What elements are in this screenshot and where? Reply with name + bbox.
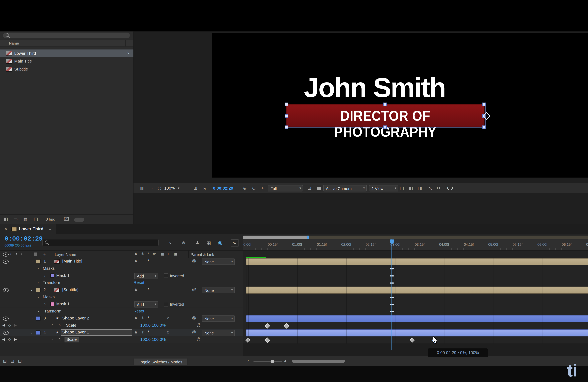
show-snapshot-icon[interactable]: ⊙	[252, 186, 256, 191]
chevron-right-icon[interactable]: ›	[38, 281, 39, 285]
layer-bar-subtitle[interactable]	[246, 286, 588, 294]
reset-link[interactable]: Reset	[134, 309, 144, 313]
shy-icon[interactable]: ♟	[134, 259, 138, 263]
layer-name[interactable]: [Subtitle]	[62, 288, 78, 292]
label-swatch[interactable]	[36, 330, 41, 335]
panel-menu-icon[interactable]: ≡	[49, 227, 51, 231]
mini-flowchart-icon[interactable]: ⌥	[428, 186, 433, 191]
mask-mode-select[interactable]: Add ▾	[134, 273, 158, 279]
keyframe-prev-icon[interactable]: ◀	[2, 338, 5, 341]
parent-pickwhip-icon[interactable]: @	[192, 259, 196, 263]
label-column-icon[interactable]	[34, 252, 37, 256]
chevron-right-icon[interactable]: ›	[38, 309, 39, 313]
work-area-bar[interactable]	[243, 236, 309, 239]
group-label[interactable]: Masks	[43, 295, 55, 299]
time-ruler[interactable]: 0:00f 00:15f 01:00f 01:15f 02:00f 02:15f…	[243, 239, 588, 250]
frame-blend-column-icon[interactable]: ▦	[161, 252, 164, 256]
layer-row-main-title[interactable]: ⌄ 1 [Main Title] ♟ / @ None ▾	[0, 258, 243, 265]
mask-color-swatch[interactable]	[50, 302, 54, 306]
layer-name-column-header[interactable]: Layer Name	[55, 252, 76, 257]
shy-icon[interactable]: ♟	[134, 330, 138, 334]
new-composition-icon[interactable]: ▦	[23, 217, 27, 222]
multiview-icon[interactable]: ▥	[140, 186, 144, 191]
column-divider[interactable]	[132, 250, 132, 258]
timeline-graph-area[interactable]: 0:00f 00:15f 01:00f 01:15f 02:00f 02:15f…	[243, 234, 588, 356]
3d-column-icon[interactable]: ▣	[174, 252, 178, 256]
transform-label[interactable]: Transform	[43, 281, 62, 285]
timeline-zoom-slider-handle[interactable]	[271, 360, 274, 363]
snapshot-icon[interactable]: ⊚	[243, 186, 247, 191]
region-of-interest-icon[interactable]: ⊡	[308, 186, 311, 191]
video-column-icon[interactable]	[3, 252, 9, 257]
project-item-lower-third[interactable]: Lower Third ⌥	[0, 50, 134, 57]
column-divider[interactable]	[125, 40, 126, 47]
draft-3d-icon[interactable]: ❄	[182, 241, 186, 245]
selection-handle[interactable]	[482, 125, 486, 129]
toggle-switches-modes-button[interactable]: Toggle Switches / Modes	[134, 358, 188, 365]
chevron-right-icon[interactable]: ›	[44, 273, 46, 278]
tab-lower-third[interactable]: × Lower Third ≡	[0, 224, 56, 234]
eye-icon[interactable]	[3, 331, 9, 335]
timeline-search-input[interactable]	[42, 239, 159, 246]
lock-column-icon[interactable]: ▪	[21, 252, 22, 256]
chevron-down-icon[interactable]: ⌄	[30, 330, 33, 334]
chevron-down-icon[interactable]: ⌄	[30, 316, 33, 320]
parent-pickwhip-icon[interactable]: @	[192, 330, 196, 334]
number-column-header[interactable]: #	[43, 252, 46, 256]
audio-column-icon[interactable]: ♪	[10, 252, 12, 256]
layer-name[interactable]: [Main Title]	[62, 259, 82, 264]
selection-handle[interactable]	[285, 103, 288, 106]
layer-name-editing[interactable]: Shape Layer 1	[61, 329, 132, 336]
keyframe-add-icon[interactable]: ◇	[8, 338, 11, 341]
new-folder-icon[interactable]: ▭	[14, 217, 18, 222]
selection-handle[interactable]	[285, 125, 288, 129]
keyframe-next-icon[interactable]: ▶	[14, 324, 17, 327]
shared-view-icon[interactable]: ◫	[400, 186, 404, 191]
safe-margins-icon[interactable]: ◱	[203, 186, 207, 191]
view-layout-select[interactable]: 1 View ▾	[369, 185, 398, 191]
column-divider[interactable]	[188, 250, 189, 258]
work-area-end-handle[interactable]	[307, 236, 309, 239]
display-icon[interactable]: ▭	[148, 186, 153, 191]
property-value[interactable]: 100.0,100.0%	[140, 323, 166, 327]
label-swatch[interactable]	[36, 259, 41, 264]
mask-color-swatch[interactable]	[50, 273, 54, 278]
mask-visibility-icon[interactable]: ◎	[158, 186, 162, 191]
viewer-timecode[interactable]: 0:00:02:29	[213, 186, 233, 191]
graph-icon[interactable]: ∿	[59, 323, 62, 327]
group-row-masks[interactable]: › Masks	[0, 293, 243, 301]
keyframe-next-icon[interactable]: ▶	[14, 338, 17, 341]
quality-icon[interactable]: /	[148, 259, 149, 263]
selection-handle[interactable]	[482, 103, 486, 106]
eye-icon[interactable]	[3, 260, 9, 264]
color-depth-icon[interactable]: ◫	[34, 217, 38, 222]
zoom-out-icon[interactable]: ▵	[248, 359, 249, 363]
property-row-scale[interactable]: ◀ ◇ ▶ ◔ ∿ Scale 100.0,100.0% @	[0, 322, 243, 329]
layer-row-shape-layer-1[interactable]: ⌄ 4 ★ Shape Layer 1 ♟ ✳ / ⊘ @ None ▾	[0, 329, 243, 336]
label-swatch[interactable]	[36, 316, 41, 321]
property-row-scale[interactable]: ◀ ◇ ▶ ◔ ∿ Scale 100.0,100.0% @	[0, 336, 243, 343]
expand-layer-switches-icon[interactable]: ⊞	[3, 359, 7, 363]
mask-row[interactable]: › Mask 1 Add ▾ Inverted	[0, 272, 243, 279]
solo-column-icon[interactable]: ●	[16, 252, 18, 256]
layer-bar-shape-layer-1-selected[interactable]	[246, 329, 588, 336]
horizontal-scrollbar-thumb[interactable]	[292, 360, 345, 363]
group-row-masks[interactable]: › Masks	[0, 265, 243, 272]
motion-blur-column-icon[interactable]: ◐	[167, 252, 169, 256]
transparency-grid-icon[interactable]: ▩	[317, 186, 321, 191]
motion-blur-icon[interactable]: ◉	[218, 240, 222, 245]
chevron-down-icon[interactable]: ⌄	[30, 259, 33, 263]
parent-select[interactable]: None ▾	[202, 259, 235, 265]
graph-editor-button[interactable]: ∿	[231, 239, 239, 247]
shy-icon[interactable]: ♟	[134, 316, 138, 320]
project-item-main-title[interactable]: Main Title	[0, 57, 134, 65]
parent-select[interactable]: None ▾	[202, 315, 235, 322]
parent-select[interactable]: None ▾	[202, 287, 235, 293]
zoom-in-icon[interactable]: ▲	[284, 359, 287, 363]
layer-row-subtitle[interactable]: ⌄ 2 [Subtitle] ♟ / @ None ▾	[0, 286, 243, 293]
expand-transfer-controls-icon[interactable]: ⊟	[11, 359, 14, 363]
hide-shy-icon[interactable]: ♟	[195, 241, 199, 245]
eye-icon[interactable]	[3, 288, 9, 292]
motion-blur-switch-icon[interactable]: ⊘	[167, 316, 170, 320]
collapse-icon[interactable]: ✳	[141, 316, 144, 320]
